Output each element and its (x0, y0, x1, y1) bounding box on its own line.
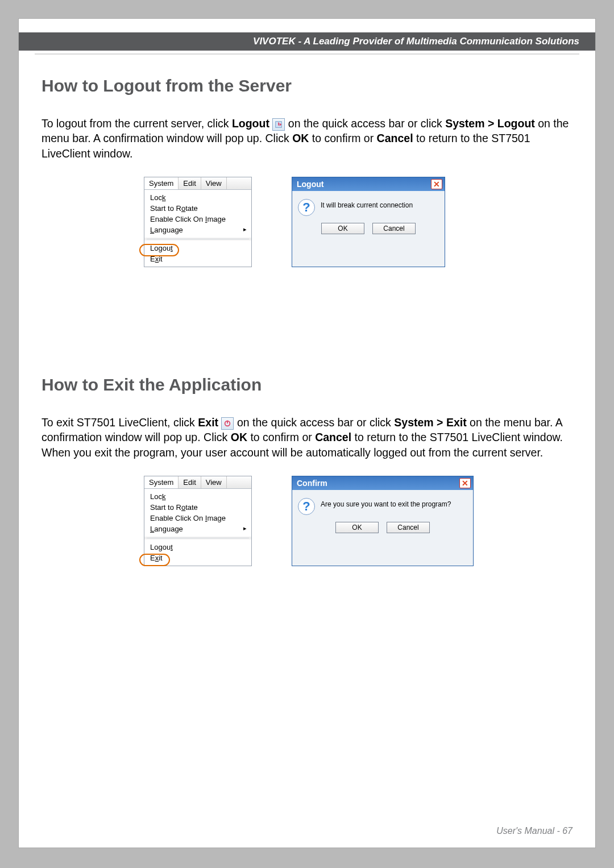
bold-cancel: Cancel (377, 132, 413, 144)
cancel-button[interactable]: Cancel (387, 522, 430, 533)
figure-row-exit: System Edit View Lock Start to Rotate En… (42, 476, 572, 566)
dialog-body: ? Are you sure you want to exit the prog… (292, 490, 473, 516)
menu-tab-edit[interactable]: Edit (179, 476, 201, 488)
figure-row-logout: System Edit View Lock Start to Rotate En… (42, 177, 572, 267)
bold-ok: OK (231, 431, 247, 443)
menu-item-clickimage[interactable]: Enable Click On Image (144, 513, 251, 524)
text: to confirm or (312, 132, 377, 144)
bold-ok: OK (292, 132, 309, 144)
main-content: How to Logout from the Server To logout … (19, 55, 595, 566)
header-brand-text: VIVOTEK - A Leading Provider of Multimed… (253, 36, 579, 47)
menu-bar: System Edit View (144, 177, 251, 190)
exit-toolbar-icon (221, 417, 234, 430)
logout-toolbar-icon (272, 118, 285, 131)
dialog-titlebar: Confirm ✕ (292, 476, 473, 490)
text: To exit ST7501 LiveClient, click (42, 416, 198, 429)
ok-button[interactable]: OK (335, 522, 379, 533)
section-exit: How to Exit the Application To exit ST75… (42, 375, 572, 566)
system-menu-exit-figure: System Edit View Lock Start to Rotate En… (144, 476, 252, 566)
text: To logout from the current server, click (42, 117, 232, 130)
footer-label: User's Manual - (496, 826, 562, 836)
svg-rect-1 (279, 122, 280, 125)
heading-exit: How to Exit the Application (42, 375, 572, 394)
callout-exit-highlight (139, 554, 170, 566)
menu-group-1: Lock Start to Rotate Enable Click On Ima… (144, 190, 251, 238)
dialog-title: Logout (297, 180, 323, 189)
logout-dialog: Logout ✕ ? It will break current connect… (292, 177, 445, 267)
paragraph-exit: To exit ST7501 LiveClient, click Exit on… (42, 415, 572, 460)
text: to confirm or (250, 431, 315, 443)
cancel-button[interactable]: Cancel (372, 223, 416, 234)
header-bar: VIVOTEK - A Leading Provider of Multimed… (19, 32, 595, 51)
menu-item-logout[interactable]: Logout (144, 542, 251, 553)
close-icon[interactable]: ✕ (431, 179, 442, 189)
paragraph-logout: To logout from the current server, click… (42, 116, 572, 161)
menu-separator (147, 239, 249, 239)
bold-system-logout: System > Logout (445, 117, 535, 130)
menu-tab-system[interactable]: System (144, 177, 179, 189)
page-number: 67 (562, 826, 572, 836)
menu-item-rotate[interactable]: Start to Rotate (144, 502, 251, 513)
text: on the quick access bar or click (237, 416, 394, 429)
bold-exit: Exit (198, 416, 218, 429)
footer: User's Manual - 67 (496, 826, 572, 836)
svg-rect-3 (227, 421, 229, 423)
menu-group-1: Lock Start to Rotate Enable Click On Ima… (144, 489, 251, 537)
dialog-buttons: OK Cancel (292, 217, 445, 242)
confirm-dialog: Confirm ✕ ? Are you sure you want to exi… (292, 476, 474, 566)
menu-item-clickimage[interactable]: Enable Click On Image (144, 214, 251, 225)
menu-tab-view[interactable]: View (201, 476, 227, 488)
callout-logout-highlight (139, 244, 179, 256)
menu-item-rotate[interactable]: Start to Rotate (144, 203, 251, 214)
heading-logout: How to Logout from the Server (42, 76, 572, 95)
menu-tab-view[interactable]: View (201, 177, 227, 189)
dialog-message: It will break current connection (321, 199, 413, 209)
menu-tab-edit[interactable]: Edit (179, 177, 201, 189)
menu-item-language[interactable]: Language▸ (144, 225, 251, 235)
menu-separator (147, 538, 249, 538)
dialog-title: Confirm (297, 479, 327, 488)
dialog-titlebar: Logout ✕ (292, 177, 445, 191)
submenu-arrow-icon: ▸ (243, 525, 247, 532)
menu-item-lock[interactable]: Lock (144, 491, 251, 502)
dialog-buttons: OK Cancel (292, 516, 473, 541)
close-icon[interactable]: ✕ (459, 478, 471, 488)
system-menu-logout-figure: System Edit View Lock Start to Rotate En… (144, 177, 252, 267)
question-icon: ? (298, 498, 315, 515)
menu-bar: System Edit View (144, 476, 251, 489)
top-accent (19, 19, 595, 32)
submenu-arrow-icon: ▸ (243, 226, 247, 233)
question-icon: ? (298, 199, 315, 216)
menu-item-language[interactable]: Language▸ (144, 524, 251, 534)
bold-cancel: Cancel (315, 431, 351, 443)
dialog-message: Are you sure you want to exit the progra… (321, 498, 451, 508)
ok-button[interactable]: OK (321, 223, 364, 234)
dialog-body: ? It will break current connection (292, 191, 445, 217)
document-page: VIVOTEK - A Leading Provider of Multimed… (18, 18, 596, 848)
menu-tab-system[interactable]: System (144, 476, 179, 488)
system-menu: System Edit View Lock Start to Rotate En… (144, 476, 252, 566)
bold-logout: Logout (232, 117, 269, 130)
text: on the quick access bar or click (288, 117, 445, 130)
bold-system-exit: System > Exit (394, 416, 466, 429)
menu-item-lock[interactable]: Lock (144, 192, 251, 203)
